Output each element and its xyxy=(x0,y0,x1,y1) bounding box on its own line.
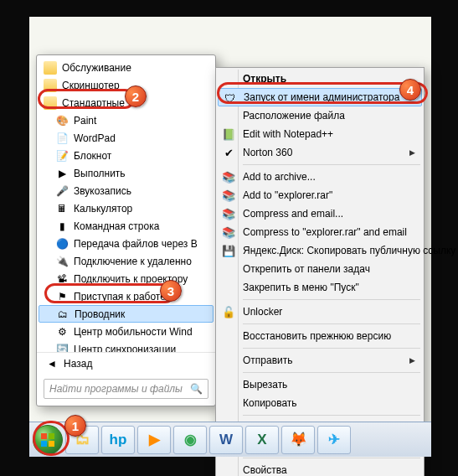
program-item[interactable]: ▶Выполнить xyxy=(39,164,214,182)
program-item-label: Центр мобильности Wind xyxy=(74,326,193,338)
program-item[interactable]: Стандартные xyxy=(39,94,214,111)
context-menu-item[interactable]: 📚Add to "explorer.rar" xyxy=(218,186,422,204)
svg-rect-1 xyxy=(49,433,54,439)
paint-icon: 🎨 xyxy=(55,114,69,127)
taskbar-telegram[interactable]: ✈ xyxy=(317,426,351,454)
context-menu-label: Add to archive... xyxy=(243,171,316,183)
svg-rect-2 xyxy=(41,441,47,447)
context-menu-item[interactable]: Открепить от панели задач xyxy=(218,260,422,278)
taskbar-excel[interactable]: X xyxy=(245,426,279,454)
program-item-label: Командная строка xyxy=(74,220,159,232)
start-button[interactable] xyxy=(33,425,63,455)
search-placeholder: Найти программы и файлы xyxy=(49,383,183,395)
taskbar-word[interactable]: W xyxy=(209,426,243,454)
context-menu-item[interactable]: 📚Compress and email... xyxy=(218,204,422,223)
context-menu-item[interactable]: Свойства xyxy=(218,461,422,476)
separator xyxy=(243,299,420,300)
program-item[interactable]: ⚙Центр мобильности Wind xyxy=(39,323,214,340)
context-menu-item[interactable]: 📚Compress to "explorer.rar" and email xyxy=(218,223,422,241)
context-menu-item[interactable]: 🔓Unlocker xyxy=(218,303,422,321)
separator xyxy=(243,164,420,165)
program-item-label: Выполнить xyxy=(74,168,126,179)
cmd-icon: ▮ xyxy=(55,220,69,233)
program-item[interactable]: 🎤Звукозапись xyxy=(39,182,214,199)
context-menu-item[interactable]: 🛡Запуск от имени администратора xyxy=(218,88,422,106)
context-menu-label: Compress and email... xyxy=(243,208,343,220)
unlocker-icon: 🔓 xyxy=(221,304,236,319)
context-menu-item[interactable]: Закрепить в меню "Пуск" xyxy=(218,278,422,297)
context-menu-item[interactable]: Вырезать xyxy=(218,375,422,394)
taskbar: 🗂hp▶◉WX🦊✈ xyxy=(29,422,431,457)
svg-rect-3 xyxy=(49,441,54,447)
program-item-label: Звукозапись xyxy=(74,185,131,197)
desktop-area: ОбслуживаниеСкриншотерСтандартные🎨Paint📄… xyxy=(29,17,431,457)
context-menu: Открыть🛡Запуск от имени администратораРа… xyxy=(215,67,425,476)
program-item[interactable]: ⚑Приступая к работе xyxy=(39,287,214,305)
context-menu-label: Вырезать xyxy=(243,379,287,391)
program-item[interactable]: ▮Командная строка xyxy=(39,217,214,235)
context-menu-label: Расположение файла xyxy=(243,110,345,122)
context-menu-label: Свойства xyxy=(243,464,287,476)
bt-icon: 🔵 xyxy=(55,237,69,251)
context-menu-item[interactable]: Отправить▶ xyxy=(218,351,422,370)
search-input[interactable]: Найти программы и файлы 🔍 xyxy=(44,379,208,399)
program-item[interactable]: 📝Блокнот xyxy=(39,147,214,164)
program-item-label: WordPad xyxy=(74,132,116,144)
context-menu-item[interactable]: Восстановить прежнюю версию xyxy=(218,327,422,345)
program-item[interactable]: 🔵Передача файлов через B xyxy=(39,235,214,252)
separator xyxy=(243,348,420,349)
context-menu-item[interactable]: Копировать xyxy=(218,394,422,412)
back-button[interactable]: ◄ Назад xyxy=(37,352,215,374)
rdp-icon: 🔌 xyxy=(55,255,69,268)
program-item[interactable]: 🎨Paint xyxy=(39,111,214,129)
context-menu-label: Яндекс.Диск: Скопировать публичную ссылк… xyxy=(243,245,455,256)
back-label: Назад xyxy=(64,358,92,370)
program-item-label: Центр синхронизации xyxy=(74,344,176,353)
separator xyxy=(243,372,420,373)
program-item[interactable]: 🗂Проводник xyxy=(39,305,214,323)
context-menu-label: Открепить от панели задач xyxy=(243,263,370,275)
context-menu-label: Edit with Notepad++ xyxy=(243,128,333,140)
context-menu-label: Открыть xyxy=(243,73,286,85)
program-item-label: Блокнот xyxy=(74,150,111,162)
taskbar-chrome[interactable]: ◉ xyxy=(173,426,207,454)
context-menu-label: Запуск от имени администратора xyxy=(244,91,399,103)
norton-icon: ✔ xyxy=(221,145,236,160)
program-item[interactable]: 📄WordPad xyxy=(39,129,214,147)
program-item[interactable]: Скриншотер xyxy=(39,76,214,94)
context-menu-item[interactable]: 📚Add to archive... xyxy=(218,168,422,186)
notepad-icon: 📝 xyxy=(55,149,69,163)
rar-icon: 📚 xyxy=(221,225,236,240)
program-item[interactable]: 🖩Калькулятор xyxy=(39,199,214,217)
taskbar-firefox[interactable]: 🦊 xyxy=(281,426,315,454)
program-item[interactable]: 🔌Подключение к удаленно xyxy=(39,252,214,270)
program-item-label: Стандартные xyxy=(62,97,125,109)
rar-icon: 📚 xyxy=(221,169,236,184)
program-item-label: Подключение к удаленно xyxy=(74,256,192,267)
program-item-label: Обслуживание xyxy=(62,62,131,74)
folder-icon xyxy=(44,61,57,75)
folder-icon xyxy=(44,79,57,92)
context-menu-item[interactable]: 📗Edit with Notepad++ xyxy=(218,125,422,143)
mobility-icon: ⚙ xyxy=(55,325,69,339)
context-menu-item[interactable]: ✔Norton 360▶ xyxy=(218,143,422,162)
start-icon: ⚑ xyxy=(55,290,69,303)
program-item[interactable]: 🔄Центр синхронизации xyxy=(39,340,214,352)
program-item[interactable]: Обслуживание xyxy=(39,59,214,76)
context-menu-item[interactable]: 💾Яндекс.Диск: Скопировать публичную ссыл… xyxy=(218,241,422,260)
explorer-icon: 🗂 xyxy=(56,308,69,321)
context-menu-item[interactable]: Расположение файла xyxy=(218,106,422,125)
start-menu: ОбслуживаниеСкриншотерСтандартные🎨Paint📄… xyxy=(36,54,216,406)
context-menu-label: Norton 360 xyxy=(243,147,292,158)
npp-icon: 📗 xyxy=(221,127,236,142)
taskbar-media-player[interactable]: ▶ xyxy=(137,426,171,454)
taskbar-hp[interactable]: hp xyxy=(101,426,135,454)
context-menu-item[interactable]: Открыть xyxy=(218,70,422,88)
separator xyxy=(243,323,420,324)
taskbar-file-manager[interactable]: 🗂 xyxy=(65,426,99,454)
context-menu-label: Compress to "explorer.rar" and email xyxy=(243,226,407,238)
program-item-label: Скриншотер xyxy=(62,80,120,91)
program-item[interactable]: 📽Подключить к проектору xyxy=(39,270,214,287)
context-menu-label: Отправить xyxy=(243,354,293,366)
run-icon: ▶ xyxy=(55,167,69,180)
